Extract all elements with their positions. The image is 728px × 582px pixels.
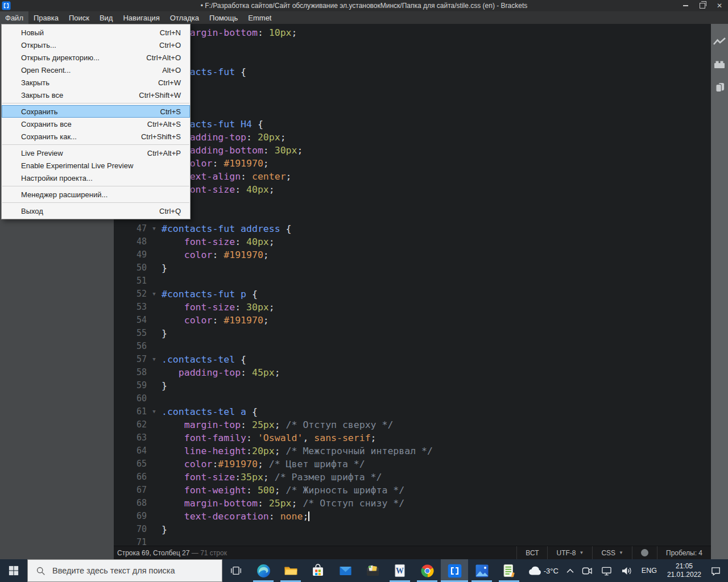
taskbar-app-brackets[interactable] <box>441 559 468 582</box>
code-line-32[interactable]: 32 margin-bottom: 10px; <box>114 26 711 39</box>
taskbar-search-input[interactable]: Введите здесь текст для поиска <box>27 559 222 582</box>
code-editor[interactable]: 32 margin-bottom: 10px;33}3435#contacts-… <box>114 24 711 546</box>
file-menu-item[interactable]: Открыть директорию...Ctrl+Alt+O <box>2 51 190 64</box>
chevron-down-icon: ▼ <box>579 550 584 555</box>
code-line-33[interactable]: 33} <box>114 39 711 52</box>
clock[interactable]: 21:05 21.01.2022 <box>662 562 706 579</box>
taskbar-app-word[interactable]: W <box>386 559 413 582</box>
code-line-69[interactable]: 69 text-decoration: none; <box>114 510 711 523</box>
file-menu-item[interactable]: Enable Experimental Live Preview <box>2 159 190 172</box>
task-view-button[interactable] <box>222 559 250 582</box>
code-line-46[interactable]: 46 <box>114 209 711 222</box>
file-menu-item[interactable]: Сохранить как...Ctrl+Shift+S <box>2 130 190 143</box>
code-line-36[interactable]: 36 <box>114 78 711 92</box>
fold-arrow-icon[interactable]: ▼ <box>147 405 162 418</box>
code-line-49[interactable]: 49 color: #191970; <box>114 248 711 261</box>
extension-status-indicator[interactable] <box>632 546 657 559</box>
filetype-select[interactable]: CSS▼ <box>592 546 632 559</box>
code-line-51[interactable]: 51 <box>114 275 711 288</box>
notes-overlay-icon[interactable] <box>713 82 726 92</box>
taskbar-app-store[interactable] <box>304 559 332 582</box>
menubar-item-Файл[interactable]: Файл <box>0 11 28 24</box>
volume-button[interactable] <box>617 559 636 582</box>
taskbar-app-photos[interactable] <box>468 559 495 582</box>
menubar-item-Навигация[interactable]: Навигация <box>118 11 164 24</box>
code-line-44[interactable]: 44 font-size: 40px; <box>114 183 711 196</box>
file-menu-item[interactable]: ВыходCtrl+Q <box>2 205 190 217</box>
code-line-68[interactable]: 68 margin-bottom: 25px; /* Отступ снизу … <box>114 497 711 510</box>
action-center-button[interactable] <box>706 559 728 582</box>
menubar-item-Отладка[interactable]: Отладка <box>165 11 204 24</box>
code-line-71[interactable]: 71 <box>114 536 711 546</box>
code-line-67[interactable]: 67 font-weight: 500; /* Жирность шрифта … <box>114 484 711 497</box>
start-button[interactable] <box>0 559 27 582</box>
code-line-64[interactable]: 64 line-height:20px; /* Межстрочный инте… <box>114 444 711 458</box>
code-line-34[interactable]: 34 <box>114 52 711 65</box>
file-menu-item[interactable]: Закрыть всеCtrl+Shift+W <box>2 89 190 101</box>
taskbar-app-explorer[interactable] <box>277 559 304 582</box>
code-line-40[interactable]: 40 padding-top: 20px; <box>114 131 711 144</box>
minimize-button[interactable] <box>677 0 694 11</box>
language-indicator[interactable]: ENG <box>636 559 662 582</box>
tray-expand-button[interactable] <box>562 559 578 582</box>
file-menu-item[interactable]: Open Recent...Alt+O <box>2 64 190 76</box>
file-menu-item[interactable]: НовыйCtrl+N <box>2 26 190 39</box>
menubar-item-Поиск[interactable]: Поиск <box>64 11 94 24</box>
restore-button[interactable] <box>694 0 711 11</box>
code-line-48[interactable]: 48 font-size: 40px; <box>114 235 711 248</box>
code-line-62[interactable]: 62 margin-top: 25px; /* Отступ сверху */ <box>114 418 711 431</box>
code-line-54[interactable]: 54 color: #191970; <box>114 314 711 327</box>
file-menu-item[interactable]: Настройки проекта... <box>2 172 190 184</box>
code-line-57[interactable]: 57▼.contacts-tel { <box>114 353 711 366</box>
code-line-61[interactable]: 61▼.contacts-tel a { <box>114 405 711 418</box>
code-line-45[interactable]: 45} <box>114 196 711 209</box>
code-line-35[interactable]: 35#contacts-fut { <box>114 65 711 78</box>
code-line-60[interactable]: 60 <box>114 392 711 405</box>
code-line-42[interactable]: 42 color: #191970; <box>114 157 711 170</box>
code-line-58[interactable]: 58 padding-top: 45px; <box>114 366 711 379</box>
taskbar-app-mail[interactable] <box>332 559 359 582</box>
file-menu-item[interactable]: СохранитьCtrl+S <box>2 105 190 118</box>
taskbar-app-chrome[interactable] <box>413 559 441 582</box>
code-line-43[interactable]: 43 text-align: center; <box>114 170 711 183</box>
fold-arrow-icon[interactable]: ▼ <box>147 288 162 301</box>
code-line-55[interactable]: 55} <box>114 327 711 340</box>
code-line-59[interactable]: 59} <box>114 379 711 392</box>
code-line-41[interactable]: 41 padding-bottom: 30px; <box>114 144 711 157</box>
menubar-item-Вид[interactable]: Вид <box>94 11 118 24</box>
close-button[interactable]: ✕ <box>711 0 728 11</box>
menubar-item-Правка[interactable]: Правка <box>28 11 64 24</box>
file-menu-item[interactable]: Открыть...Ctrl+O <box>2 39 190 51</box>
file-menu-item[interactable]: Live PreviewCtrl+Alt+P <box>2 147 190 159</box>
insert-mode-toggle[interactable]: ВСТ <box>516 546 547 559</box>
file-menu-item[interactable]: Сохранить всеCtrl+Alt+S <box>2 118 190 130</box>
weather-widget[interactable]: -3°C <box>524 559 562 582</box>
taskbar-app-edge[interactable] <box>250 559 277 582</box>
code-line-39[interactable]: 39#contacts-fut H4 { <box>114 118 711 131</box>
meet-now-button[interactable] <box>578 559 597 582</box>
network-button[interactable] <box>597 559 617 582</box>
code-line-66[interactable]: 66 font-size:35px; /* Размер шрифта */ <box>114 471 711 484</box>
code-line-53[interactable]: 53 font-size: 30px; <box>114 301 711 314</box>
code-line-65[interactable]: 65 color:#191970; /* Цвет шрифта */ <box>114 458 711 471</box>
taskbar-app-green-editor[interactable] <box>495 559 523 582</box>
code-line-52[interactable]: 52▼#contacts-fut p { <box>114 288 711 301</box>
file-menu-item[interactable]: ЗакрытьCtrl+W <box>2 76 190 89</box>
code-line-38[interactable]: 38 <box>114 105 711 118</box>
code-line-56[interactable]: 56 <box>114 340 711 353</box>
menubar-item-Помощь[interactable]: Помощь <box>204 11 243 24</box>
spaces-toggle[interactable]: Пробелы: 4 <box>657 546 711 559</box>
taskbar-app-file-cards[interactable] <box>359 559 386 582</box>
code-line-37[interactable]: 37} <box>114 92 711 105</box>
code-line-70[interactable]: 70} <box>114 523 711 536</box>
code-line-50[interactable]: 50} <box>114 261 711 275</box>
encoding-select[interactable]: UTF-8▼ <box>547 546 592 559</box>
code-line-47[interactable]: 47▼#contacts-fut address { <box>114 222 711 235</box>
fold-arrow-icon[interactable]: ▼ <box>147 222 162 235</box>
file-menu-item[interactable]: Менеджер расширений... <box>2 188 190 201</box>
menubar-item-Emmet[interactable]: Emmet <box>243 11 276 24</box>
fold-arrow-icon[interactable]: ▼ <box>147 353 162 366</box>
code-line-63[interactable]: 63 font-family: 'Oswald', sans-serif; <box>114 431 711 444</box>
extension-manager-icon[interactable] <box>713 59 726 69</box>
live-preview-icon[interactable] <box>713 36 726 47</box>
